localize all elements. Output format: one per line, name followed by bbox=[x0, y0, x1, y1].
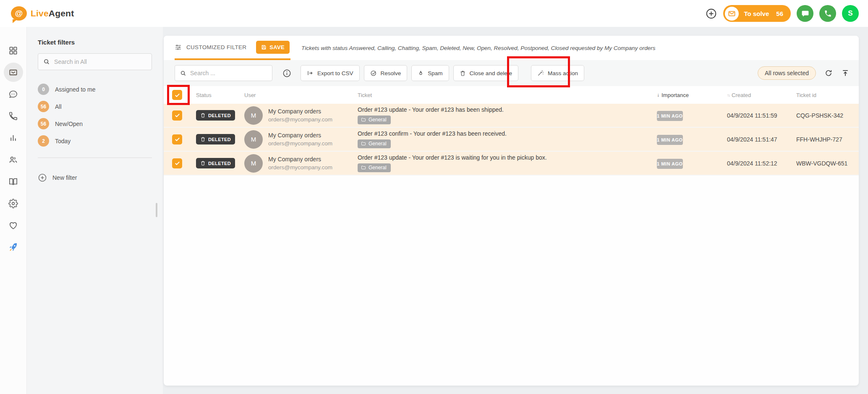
export-icon bbox=[307, 70, 314, 76]
chat-icon[interactable] bbox=[797, 5, 813, 22]
row-checkbox[interactable] bbox=[172, 158, 182, 168]
ticket-row[interactable]: DELETED M My Company orders orders@mycom… bbox=[164, 152, 859, 176]
trash-icon bbox=[200, 160, 206, 166]
filter-count-badge: 0 bbox=[38, 84, 49, 95]
filter-item-today[interactable]: 2 Today bbox=[38, 135, 152, 147]
agent-avatar[interactable]: S bbox=[842, 5, 859, 22]
department-tag: General bbox=[358, 163, 391, 172]
mass-action-label: Mass action bbox=[548, 70, 578, 76]
filter-search-box[interactable] bbox=[38, 53, 152, 70]
trash-icon bbox=[200, 137, 206, 142]
filter-item-all[interactable]: 56 All bbox=[38, 101, 152, 112]
sidebar-item-calls[interactable] bbox=[0, 105, 27, 127]
spam-button[interactable]: Spam bbox=[411, 65, 449, 81]
plus-circle-icon bbox=[38, 173, 47, 182]
user-cell: M My Company orders orders@mycompany.com bbox=[244, 106, 358, 125]
department-tag: General bbox=[358, 116, 391, 124]
column-header-created[interactable]: ↑↓Created bbox=[727, 92, 796, 98]
filter-item-assigned-to-me[interactable]: 0 Assigned to me bbox=[38, 84, 152, 95]
sidebar-item-knowledge-base[interactable] bbox=[0, 171, 27, 192]
column-header-importance[interactable]: ↓Importance bbox=[657, 92, 727, 98]
customers-icon bbox=[8, 155, 18, 165]
calls-icon bbox=[8, 111, 18, 121]
filter-header-row: CUSTOMIZED FILTER SAVE Tickets with stat… bbox=[164, 36, 859, 60]
filter-item-label: New/Open bbox=[55, 121, 83, 127]
to-solve-button[interactable]: To solve 56 bbox=[723, 5, 791, 22]
avatar: M bbox=[244, 154, 263, 173]
filter-description: Tickets with status Answered, Calling, C… bbox=[301, 45, 656, 51]
mass-action-button[interactable]: Mass action bbox=[531, 65, 584, 81]
ticket-row[interactable]: DELETED M My Company orders orders@mycom… bbox=[164, 104, 859, 128]
folder-icon bbox=[361, 141, 366, 146]
save-label: SAVE bbox=[269, 44, 285, 50]
sidebar-item-settings[interactable] bbox=[0, 192, 27, 214]
to-solve-label: To solve bbox=[744, 10, 769, 17]
info-icon[interactable] bbox=[282, 69, 291, 78]
ticket-subject: Order #123 update - Your order #123 has … bbox=[358, 106, 657, 113]
resolve-button[interactable]: Resolve bbox=[364, 65, 408, 81]
search-icon bbox=[43, 58, 50, 66]
row-checkbox[interactable] bbox=[172, 110, 182, 121]
filter-search-input[interactable] bbox=[54, 58, 146, 65]
department-tag: General bbox=[358, 139, 391, 148]
sidebar-item-favorites[interactable] bbox=[0, 214, 27, 236]
add-circle-icon[interactable] bbox=[706, 8, 717, 19]
liveagent-logo-icon: @ bbox=[11, 6, 27, 21]
folder-icon bbox=[361, 117, 366, 122]
sidebar-item-tickets[interactable] bbox=[0, 61, 27, 83]
toolbar: Export to CSV Resolve Spam Close and del… bbox=[164, 60, 859, 86]
to-solve-count: 56 bbox=[776, 10, 783, 17]
sidebar-item-dashboard[interactable] bbox=[0, 39, 27, 61]
status-badge: DELETED bbox=[196, 110, 235, 121]
table-search-box[interactable] bbox=[175, 65, 272, 81]
created-cell: 04/9/2024 11:51:47 bbox=[727, 136, 796, 143]
topbar-controls: To solve 56 S bbox=[706, 0, 859, 27]
save-filter-button[interactable]: SAVE bbox=[256, 41, 290, 54]
resolve-check-icon bbox=[370, 70, 377, 76]
scroll-top-icon[interactable] bbox=[841, 69, 850, 77]
row-checkbox[interactable] bbox=[172, 134, 182, 144]
ticket-id-cell: CQG-PSHSK-342 bbox=[796, 112, 859, 119]
sidebar-item-customers[interactable] bbox=[0, 149, 27, 171]
trash-icon bbox=[460, 70, 466, 76]
all-rows-selected-badge: All rows selected bbox=[758, 66, 816, 80]
ticket-cell: Order #123 confirm - Your order #123 has… bbox=[358, 130, 657, 148]
chats-icon bbox=[8, 89, 18, 99]
sidebar-item-getting-started[interactable] bbox=[0, 236, 27, 258]
select-all-checkbox[interactable] bbox=[172, 90, 182, 100]
tab-customized-filter[interactable]: CUSTOMIZED FILTER SAVE bbox=[175, 36, 290, 60]
status-badge: DELETED bbox=[196, 158, 235, 168]
importance-badge: 1 MIN AGO bbox=[657, 111, 683, 121]
close-and-delete-button[interactable]: Close and delete bbox=[453, 65, 518, 81]
brand-name: LiveAgent bbox=[31, 8, 74, 18]
user-email: orders@mycompany.com bbox=[268, 164, 332, 171]
top-bar: @ LiveAgent To solve 56 S bbox=[0, 0, 868, 27]
filter-count-badge: 56 bbox=[38, 101, 49, 112]
filter-item-label: All bbox=[55, 103, 62, 110]
main-area: CUSTOMIZED FILTER SAVE Tickets with stat… bbox=[163, 27, 868, 394]
sidebar-item-reports[interactable] bbox=[0, 127, 27, 149]
ticket-list-card: CUSTOMIZED FILTER SAVE Tickets with stat… bbox=[164, 36, 859, 386]
refresh-icon[interactable] bbox=[824, 69, 833, 77]
user-cell: M My Company orders orders@mycompany.com bbox=[244, 154, 358, 173]
check-icon bbox=[174, 112, 180, 118]
ticket-subject: Order #123 confirm - Your order #123 has… bbox=[358, 130, 657, 137]
filter-item-new-open[interactable]: 56 New/Open bbox=[38, 118, 152, 129]
column-header-user: User bbox=[244, 92, 358, 98]
new-filter-button[interactable]: New filter bbox=[38, 173, 152, 182]
export-csv-button[interactable]: Export to CSV bbox=[301, 65, 360, 81]
phone-icon[interactable] bbox=[819, 5, 836, 22]
table-search-input[interactable] bbox=[190, 70, 267, 76]
tickets-envelope-icon bbox=[8, 68, 18, 77]
ticket-id-cell: FFH-WHJHP-727 bbox=[796, 136, 859, 143]
ticket-id-cell: WBW-VGDQW-651 bbox=[796, 160, 859, 167]
created-cell: 04/9/2024 11:51:59 bbox=[727, 112, 796, 119]
ticket-row[interactable]: DELETED M My Company orders orders@mycom… bbox=[164, 128, 859, 152]
export-csv-label: Export to CSV bbox=[317, 70, 353, 76]
user-email: orders@mycompany.com bbox=[268, 116, 332, 123]
nav-rail bbox=[0, 27, 27, 394]
sidebar-item-chats[interactable] bbox=[0, 83, 27, 105]
table-header: Status User Ticket ↓Importance ↑↓Created… bbox=[164, 86, 859, 104]
panel-scrollbar-thumb[interactable] bbox=[156, 203, 157, 217]
check-icon bbox=[174, 92, 180, 98]
